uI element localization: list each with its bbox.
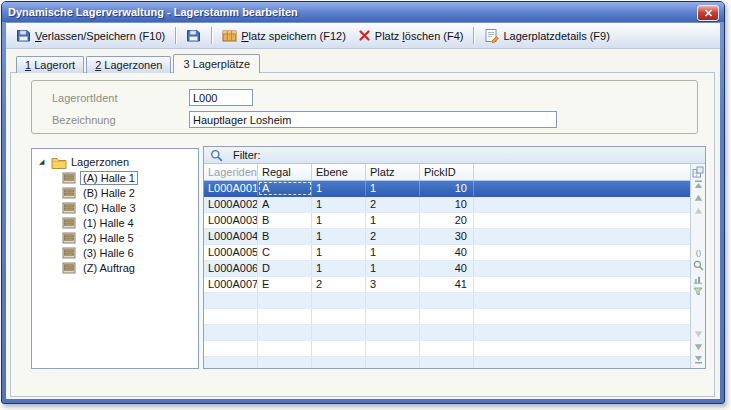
- column-header-lagerident[interactable]: Lagerident: [204, 164, 258, 180]
- page-down-icon[interactable]: [692, 327, 705, 340]
- column-header-regal[interactable]: Regal: [258, 164, 312, 180]
- cell-lagerident[interactable]: L000A003: [204, 213, 258, 228]
- cell-lagerident[interactable]: L000A004: [204, 229, 258, 244]
- tree-expander-icon[interactable]: ◢: [39, 158, 47, 166]
- cell-regal[interactable]: B: [258, 213, 312, 228]
- lagerortident-input[interactable]: [189, 89, 253, 106]
- toolbar-button-verlassen-speichern-f10[interactable]: Verlassen/Speichern (F10): [10, 25, 171, 46]
- cell-ebene[interactable]: 1: [312, 213, 366, 228]
- cell-pickid[interactable]: 20: [420, 213, 474, 228]
- table-row[interactable]: L000A002A1210: [204, 197, 690, 213]
- scroll-bottom-icon[interactable]: [692, 353, 705, 366]
- cell-lagerident[interactable]: L000A006: [204, 261, 258, 276]
- cell-ebene[interactable]: 1: [312, 261, 366, 276]
- cell-lagerident[interactable]: [204, 357, 258, 369]
- table-row-empty[interactable]: [204, 325, 690, 341]
- column-header-pickid[interactable]: PickID: [420, 164, 474, 180]
- cell-regal[interactable]: C: [258, 245, 312, 260]
- nav-search-icon[interactable]: [692, 259, 705, 272]
- cell-ebene[interactable]: [312, 341, 366, 356]
- cell-platz[interactable]: [366, 341, 420, 356]
- cell-pickid[interactable]: [420, 341, 474, 356]
- table-row[interactable]: L000A003B1120: [204, 213, 690, 229]
- tree-item-2-halle-5[interactable]: (2) Halle 5: [32, 230, 198, 245]
- column-header-platz[interactable]: Platz: [366, 164, 420, 180]
- cell-pickid[interactable]: [420, 293, 474, 308]
- cell-ebene[interactable]: [312, 293, 366, 308]
- table-row[interactable]: L000A004B1230: [204, 229, 690, 245]
- cell-lagerident[interactable]: [204, 309, 258, 324]
- cell-pickid[interactable]: 40: [420, 245, 474, 260]
- cell-platz[interactable]: [366, 309, 420, 324]
- cell-regal[interactable]: [258, 325, 312, 340]
- cell-platz[interactable]: [366, 357, 420, 369]
- table-row-empty[interactable]: [204, 357, 690, 369]
- tree-item-1-halle-4[interactable]: (1) Halle 4: [32, 215, 198, 230]
- cell-regal[interactable]: A: [258, 197, 312, 212]
- grid-filter-bar[interactable]: Filter:: [204, 147, 705, 164]
- cell-lagerident[interactable]: [204, 325, 258, 340]
- toolbar-button-platz-l-schen-f4[interactable]: Platz löschen (F4): [352, 26, 470, 45]
- cell-pickid[interactable]: 10: [420, 181, 474, 196]
- tab-3-lagerplätze[interactable]: 3 Lagerplätze: [173, 54, 260, 73]
- cell-regal[interactable]: [258, 357, 312, 369]
- cell-regal[interactable]: [258, 309, 312, 324]
- column-header-ebene[interactable]: Ebene: [312, 164, 366, 180]
- toolbar-button-icon-1[interactable]: [180, 25, 207, 46]
- cell-regal[interactable]: E: [258, 277, 312, 292]
- toolbar-button-platz-speichern-f12[interactable]: Platz speichern (F12): [216, 25, 352, 46]
- tree-item-3-halle-6[interactable]: (3) Halle 6: [32, 245, 198, 260]
- cell-platz[interactable]: [366, 325, 420, 340]
- tree-item-z-auftrag[interactable]: (Z) Auftrag: [32, 260, 198, 275]
- cell-lagerident[interactable]: L000A001: [204, 181, 258, 196]
- cell-lagerident[interactable]: L000A007: [204, 277, 258, 292]
- grid-customize-icon[interactable]: [692, 165, 705, 178]
- cell-ebene[interactable]: [312, 309, 366, 324]
- cell-regal[interactable]: B: [258, 229, 312, 244]
- filter-funnel-icon[interactable]: [692, 285, 705, 298]
- cell-pickid[interactable]: 10: [420, 197, 474, 212]
- page-up-icon[interactable]: [692, 204, 705, 217]
- table-row[interactable]: L000A005C1140: [204, 245, 690, 261]
- cell-regal[interactable]: [258, 341, 312, 356]
- cell-ebene[interactable]: 1: [312, 197, 366, 212]
- cell-pickid[interactable]: 40: [420, 261, 474, 276]
- cell-lagerident[interactable]: [204, 341, 258, 356]
- cell-pickid[interactable]: 41: [420, 277, 474, 292]
- titlebar[interactable]: Dynamische Lagerverwaltung - Lagerstamm …: [2, 2, 724, 22]
- scroll-up-icon[interactable]: [692, 191, 705, 204]
- cell-ebene[interactable]: 2: [312, 277, 366, 292]
- cell-platz[interactable]: 2: [366, 197, 420, 212]
- cell-regal[interactable]: [258, 293, 312, 308]
- cell-platz[interactable]: [366, 293, 420, 308]
- cell-platz[interactable]: 1: [366, 181, 420, 196]
- scroll-top-icon[interactable]: [692, 178, 705, 191]
- table-row[interactable]: L000A006D1140: [204, 261, 690, 277]
- cell-pickid[interactable]: [420, 325, 474, 340]
- cell-platz[interactable]: 1: [366, 245, 420, 260]
- tab-1-lagerort[interactable]: 1 Lagerort: [16, 56, 84, 73]
- scroll-down-icon[interactable]: [692, 340, 705, 353]
- cell-ebene[interactable]: 1: [312, 245, 366, 260]
- chart-icon[interactable]: [692, 272, 705, 285]
- cell-platz[interactable]: 1: [366, 261, 420, 276]
- cell-pickid[interactable]: 30: [420, 229, 474, 244]
- table-row-empty[interactable]: [204, 309, 690, 325]
- brackets-icon[interactable]: ( ): [692, 246, 705, 259]
- table-row-empty[interactable]: [204, 293, 690, 309]
- cell-ebene[interactable]: 1: [312, 229, 366, 244]
- table-row[interactable]: L000A001A1110: [204, 181, 690, 197]
- tree-item-a-halle-1[interactable]: (A) Halle 1: [32, 170, 198, 185]
- cell-platz[interactable]: 3: [366, 277, 420, 292]
- tree-root-lagerzonen[interactable]: ◢ Lagerzonen: [32, 154, 198, 170]
- cell-ebene[interactable]: 1: [312, 181, 366, 196]
- table-row[interactable]: L000A007E2341: [204, 277, 690, 293]
- cell-pickid[interactable]: [420, 357, 474, 369]
- cell-pickid[interactable]: [420, 309, 474, 324]
- cell-platz[interactable]: 2: [366, 229, 420, 244]
- cell-ebene[interactable]: [312, 357, 366, 369]
- tab-2-lagerzonen[interactable]: 2 Lagerzonen: [86, 56, 171, 73]
- cell-lagerident[interactable]: L000A002: [204, 197, 258, 212]
- toolbar-button-lagerplatzdetails-f9[interactable]: Lagerplatzdetails (F9): [478, 25, 615, 46]
- tree-item-c-halle-3[interactable]: (C) Halle 3: [32, 200, 198, 215]
